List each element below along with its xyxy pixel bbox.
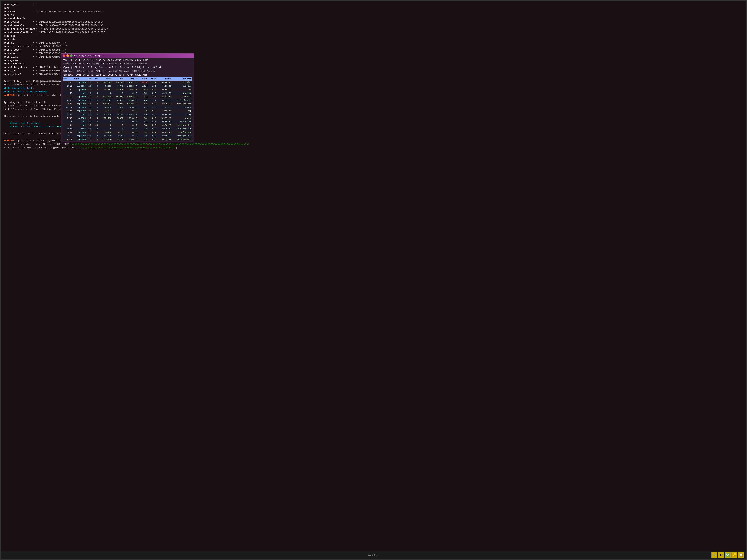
table-cell: 52.4 [148,81,157,84]
table-cell: Web Content [172,102,192,106]
table-cell: 41924 [99,109,112,113]
table-cell: 0.3 [138,131,148,134]
terminal-line-9: meta-freescale-distro = "HEAD:ca27d12e49… [4,31,743,34]
table-cell: 20 [86,109,92,113]
table-cell: D [134,95,138,98]
table-row: 2788tdp000920026585727733636684D4.01.90:… [62,99,192,102]
table-cell: S [134,88,138,91]
table-cell: as [172,88,192,91]
table-cell: 13348 [124,116,134,120]
table-cell: 40 [62,91,73,95]
table-cell: S [134,113,138,116]
table-cell: cc1plus [172,81,192,84]
table-cell: 0 [124,91,134,95]
sys-icon-1[interactable]: 🔧 [712,552,717,558]
table-cell: 2914 [62,138,73,141]
table-cell: tdp0009 [73,116,86,120]
table-cell: S [134,106,138,109]
terminal-line-5: meta-multimedia [4,17,743,20]
table-cell: 20 [86,99,92,102]
table-cell: 0 [92,106,99,109]
table-cell: 0.3 [148,138,157,141]
table-cell: D [134,102,138,106]
table-cell: 2198 [62,116,73,120]
table-cell: 0.9 [138,109,148,113]
terminal-line-2: meta [4,6,743,10]
table-cell: 1897 [62,131,73,134]
bottom-right-icons: 🔧 🖥 ✅ 🔑 📋 [712,552,744,558]
table-cell: 0 [99,120,112,123]
table-cell: 0.6 [138,116,148,120]
table-cell: 14692 [124,81,134,84]
monitor-frame: E1670S ⇅ En 🔊 6:01 PM ⚙ TARGET_FPU = "" … [0,0,747,560]
table-cell: 71268 [99,84,112,88]
table-cell: 2616184 [99,138,112,141]
sys-icon-3[interactable]: ✅ [725,552,731,558]
table-row: 1184tdp00092006543726425481204S14.215.90… [62,88,192,91]
col-pr: PR [86,77,92,81]
table-cell: 20 [86,120,92,123]
sys-icon-5[interactable]: 📋 [738,552,744,558]
table-cell: 4256 [112,131,124,134]
table-cell: 0:19.75 [157,134,172,138]
terminal-line-10: meta-bsp [4,34,743,38]
table-cell: 1148 [112,134,124,138]
table-cell: 0 [92,81,99,84]
table-cell: 6:04.33 [157,113,172,116]
terminal-line-12: meta-ml = "HEAD:780b023a4c7..." [4,41,743,45]
table-cell: 2166692 [99,81,112,84]
table-cell: 0 [124,109,134,113]
table-cell: top [172,109,192,113]
table-cell: 20 [86,138,92,141]
table-cell: 0 [124,123,134,127]
col-shr: SHR [124,77,134,81]
window-min-btn[interactable] [66,54,69,57]
table-row: 2616tdp000920049422811480S0.30.00:19.75z… [62,134,192,138]
sys-icon-2[interactable]: 🖥 [718,552,724,558]
table-cell: 0 [112,91,124,95]
sys-icon-4[interactable]: 🔑 [731,552,737,558]
table-cell: Privileged+ [172,99,192,102]
table-cell: 0 [92,102,99,106]
table-cell: 20974 [62,106,73,109]
table-cell: 35992 [112,116,124,120]
top-header-5: KiB Swap: 2085884 total, 12 free, 208587… [62,73,192,77]
table-cell: tdp0009 [73,138,86,141]
window-max-btn[interactable] [70,54,73,57]
table-cell: 15:13.36 [157,95,172,98]
table-cell: 0 [92,116,99,120]
table-cell: 0 [92,131,99,134]
table-cell: S [134,138,138,141]
table-cell: 0:00.86 [157,84,172,88]
table-cell: 0 [92,84,99,88]
table-cell: 1.9 [148,99,157,102]
table-cell: 0 [112,120,124,123]
table-cell: 40740 [112,84,124,88]
table-cell: 1183 [62,81,73,84]
process-table: PID USER PR NI VIRT RES SHR S %CPU %MEM … [62,77,192,141]
table-row: 1511tdp0009200712684074013608R23.41.00:0… [62,84,192,88]
col-time: TIME+ [157,77,172,81]
succeeded-text: succeeded [15,108,28,111]
table-cell: tdp0009 [73,106,86,109]
table-cell: 654372 [99,88,112,91]
col-res: RES [112,77,124,81]
table-cell: 8 [62,120,73,123]
table-cell: kworker/1:+ [172,123,192,127]
table-cell: 10:28.45 [157,81,172,84]
terminal-line-13: meta-nxp-demo-experience = "HEAD:c7263d9… [4,45,743,48]
table-cell: 0 [92,113,99,116]
table-cell: 0:53.99 [157,138,172,141]
col-mem: %MEM [148,77,157,81]
table-cell: rcu_sched [172,120,192,123]
table-cell: tdp0009 [73,81,86,84]
window-close-btn[interactable] [62,54,65,57]
table-cell: 642548 [112,88,124,91]
table-cell: I [134,127,138,131]
table-cell: 0 [124,131,134,134]
table-cell: 13184 [112,138,124,141]
table-row: 1381root200000I0.30.00:00.15kworker/0:2 [62,127,192,131]
col-pid: PID [62,77,73,81]
table-cell: 0 [92,127,99,131]
table-cell: 0.6 [138,113,148,116]
